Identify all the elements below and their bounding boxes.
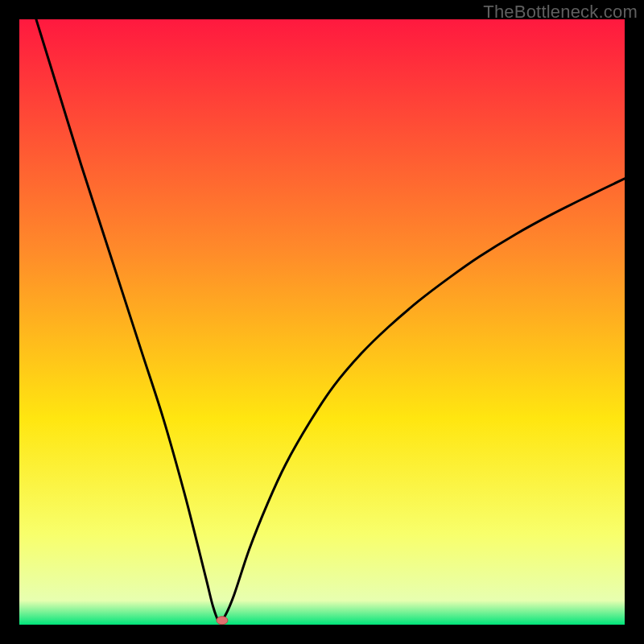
chart-frame: TheBottleneck.com [0, 0, 644, 644]
gradient-background [19, 19, 625, 625]
watermark-text: TheBottleneck.com [483, 2, 638, 23]
plot-area [19, 19, 625, 625]
optimum-marker [217, 617, 228, 625]
bottleneck-chart [19, 19, 625, 625]
